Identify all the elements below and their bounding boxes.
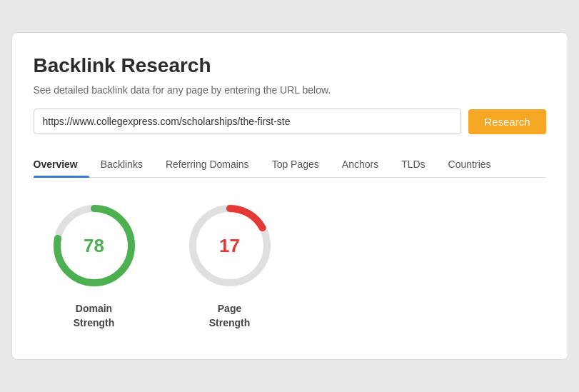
url-input[interactable] — [34, 109, 462, 134]
page-strength-label: PageStrength — [209, 302, 251, 330]
tab-countries[interactable]: Countries — [437, 151, 503, 177]
research-button[interactable]: Research — [468, 109, 545, 134]
tab-anchors[interactable]: Anchors — [331, 151, 390, 177]
tab-top-pages[interactable]: Top Pages — [261, 151, 331, 177]
page-strength-gauge: 17 PageStrength — [183, 199, 276, 330]
domain-strength-container: 78 — [48, 199, 141, 292]
search-row: Research — [34, 109, 546, 134]
page-subtitle: See detailed backlink data for any page … — [34, 84, 546, 96]
domain-strength-value: 78 — [84, 235, 104, 257]
tab-backlinks[interactable]: Backlinks — [89, 151, 154, 177]
gauges-row: 78 DomainStrength 17 PageStrength — [34, 199, 546, 330]
domain-strength-label: DomainStrength — [74, 302, 115, 330]
domain-strength-gauge: 78 DomainStrength — [48, 199, 141, 330]
main-card: Backlink Research See detailed backlink … — [11, 32, 568, 359]
page-title: Backlink Research — [34, 54, 546, 77]
tab-overview[interactable]: Overview — [34, 151, 89, 177]
page-strength-container: 17 — [183, 199, 276, 292]
tab-tlds[interactable]: TLDs — [390, 151, 436, 177]
tab-referring-domains[interactable]: Referring Domains — [154, 151, 261, 177]
page-strength-value: 17 — [219, 235, 240, 257]
nav-tabs: Overview Backlinks Referring Domains Top… — [34, 151, 546, 178]
